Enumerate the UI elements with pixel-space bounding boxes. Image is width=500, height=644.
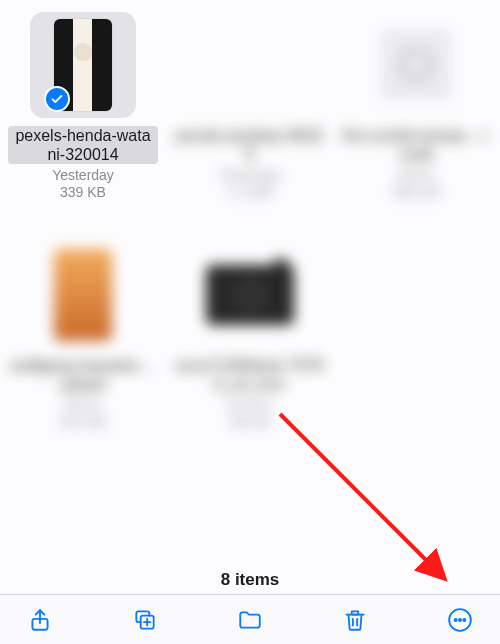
share-icon	[27, 607, 53, 633]
file-name: pexels-henda-watani-320014	[8, 126, 158, 164]
file-date: Yesterday	[8, 167, 158, 183]
svg-point-3	[455, 618, 457, 620]
file-item[interactable]: wolfgang-hasselm…uplash3/2/21510 KB	[0, 242, 166, 430]
thumbnail-image	[381, 30, 451, 100]
file-item[interactable]: pexels-pixabay-86328Yesterday1.2 MB	[167, 12, 333, 200]
share-button[interactable]	[20, 600, 60, 640]
duplicate-button[interactable]	[125, 600, 165, 640]
duplicate-icon	[132, 607, 158, 633]
svg-point-5	[463, 618, 465, 620]
file-thumbnail[interactable]	[197, 242, 303, 348]
file-item[interactable]: sony7100black-70790_en.com2/14/2196 KB	[167, 242, 333, 430]
file-date: Yesterday	[175, 167, 325, 183]
delete-button[interactable]	[335, 600, 375, 640]
selected-checkmark-icon	[44, 86, 70, 112]
folder-icon	[237, 607, 263, 633]
svg-point-4	[459, 618, 461, 620]
file-thumbnail[interactable]	[197, 12, 303, 118]
file-date: 3/2/21	[8, 397, 158, 413]
file-name: pexels-pixabay-86328	[175, 126, 325, 164]
file-size: 1.2 MB	[175, 184, 325, 200]
file-name: the-scarlet-pimpe…l.mobi	[341, 126, 491, 164]
file-thumbnail[interactable]	[30, 242, 136, 348]
file-size: 339 KB	[8, 184, 158, 200]
trash-icon	[342, 607, 368, 633]
file-size: 510 KB	[8, 414, 158, 430]
thumbnail-image	[221, 19, 279, 111]
file-date: 2/14/21	[175, 397, 325, 413]
ellipsis-circle-icon	[447, 607, 473, 633]
bottom-toolbar	[0, 594, 500, 644]
file-item[interactable]: the-scarlet-pimpe…l.mobi4/9/21890 KB	[333, 12, 499, 200]
more-button[interactable]	[440, 600, 480, 640]
file-name: wolfgang-hasselm…uplash	[8, 356, 158, 394]
move-button[interactable]	[230, 600, 270, 640]
file-size: 96 KB	[175, 414, 325, 430]
thumbnail-image	[206, 265, 294, 325]
file-thumbnail[interactable]	[30, 12, 136, 118]
svg-line-6	[280, 414, 442, 576]
file-item[interactable]: pexels-henda-watani-320014Yesterday339 K…	[0, 12, 166, 200]
file-name: sony7100black-70790_en.com	[175, 356, 325, 394]
file-date: 4/9/21	[341, 167, 491, 183]
item-count-label: 8 items	[0, 570, 500, 590]
file-thumbnail[interactable]	[363, 12, 469, 118]
thumbnail-image	[54, 249, 112, 341]
file-size: 890 KB	[341, 184, 491, 200]
